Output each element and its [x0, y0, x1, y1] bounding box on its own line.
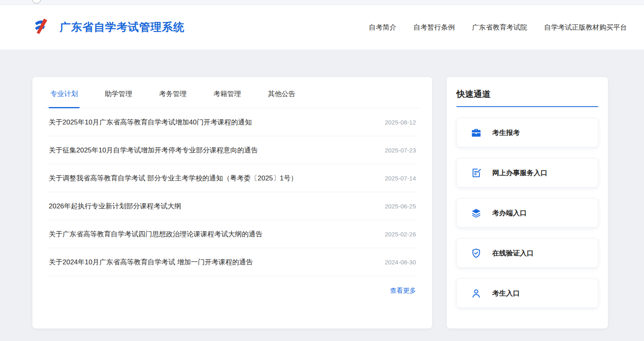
tab-label: 专业计划 [50, 90, 78, 98]
notice-tabs: 专业计划 助学管理 考务管理 考籍管理 其他公告 [44, 77, 421, 108]
layers-icon [471, 208, 482, 219]
tab-major-plan[interactable]: 专业计划 [49, 77, 80, 108]
notice-row[interactable]: 关于调整我省高等教育自学考试 部分专业主考学校的通知（粤考委〔2025〕1号） … [49, 164, 416, 192]
browser-top-strip [0, 0, 644, 5]
notice-date: 2025-06-25 [385, 203, 416, 210]
notice-date: 2025-07-14 [385, 175, 416, 182]
main-content: 专业计划 助学管理 考务管理 考籍管理 其他公告 关于2025年10月广东省高等… [0, 49, 644, 341]
nav-link-zikao-intro[interactable]: 自考简介 [369, 23, 396, 32]
notice-row[interactable]: 关于2025年10月广东省高等教育自学考试增加40门开考课程的通知 2025-0… [49, 108, 416, 136]
notice-date: 2025-02-26 [385, 231, 416, 238]
notice-title: 关于2024年10月广东省高等教育自学考试 增加一门开考课程的通告 [49, 257, 253, 267]
notice-row[interactable]: 2026年起执行专业新计划部分课程考试大纲 2025-06-25 [49, 192, 416, 220]
notice-title: 关于征集2025年10月自学考试增加开考停考专业部分课程意向的通告 [49, 146, 258, 155]
notice-card: 专业计划 助学管理 考务管理 考籍管理 其他公告 关于2025年10月广东省高等… [32, 77, 432, 328]
tab-label: 考务管理 [159, 90, 187, 98]
quick-link-label: 在线验证入口 [492, 249, 534, 258]
briefcase-icon [471, 127, 482, 138]
notice-row[interactable]: 关于广东省高等教育自学考试四门思想政治理论课课程考试大纲的通告 2025-02-… [49, 220, 416, 248]
quick-title-underline [457, 106, 598, 107]
nav-link-gd-education-exam-institute[interactable]: 广东省教育考试院 [472, 23, 527, 32]
quick-channel-card: 快速通道 考生报考 网上办事服务入口 [447, 77, 608, 328]
quick-link-exam-office-entrance[interactable]: 考办端入口 [457, 198, 598, 227]
tab-study-aid-management[interactable]: 助学管理 [103, 77, 134, 108]
notice-title: 2026年起执行专业新计划部分课程考试大纲 [49, 202, 181, 211]
tab-label: 其他公告 [268, 90, 295, 98]
notice-title: 关于广东省高等教育自学考试四门思想政治理论课课程考试大纲的通告 [49, 229, 263, 239]
quick-link-online-service-entrance[interactable]: 网上办事服务入口 [457, 158, 598, 187]
notice-title: 关于调整我省高等教育自学考试 部分专业主考学校的通知（粤考委〔2025〕1号） [49, 174, 297, 183]
site-title: 广东省自学考试管理系统 [60, 20, 185, 34]
notice-date: 2025-08-12 [385, 119, 416, 126]
tab-exam-affairs-management[interactable]: 考务管理 [157, 77, 188, 108]
brand[interactable]: 广东省自学考试管理系统 [32, 17, 185, 37]
notice-date: 2025-07-23 [385, 147, 416, 154]
site-header: 广东省自学考试管理系统 自考简介 自考暂行条例 广东省教育考试院 自学考试正版教… [0, 5, 644, 49]
tab-other-announcements[interactable]: 其他公告 [266, 77, 297, 108]
notice-row[interactable]: 关于征集2025年10月自学考试增加开考停考专业部分课程意向的通告 2025-0… [49, 136, 416, 164]
tab-label: 助学管理 [105, 90, 132, 98]
top-nav: 自考简介 自考暂行条例 广东省教育考试院 自学考试正版教材购买平台 [369, 23, 627, 32]
quick-link-label: 考生入口 [492, 289, 520, 298]
notice-date: 2024-08-30 [385, 259, 416, 266]
tab-label: 考籍管理 [213, 90, 241, 98]
notice-row[interactable]: 关于2024年10月广东省高等教育自学考试 增加一门开考课程的通告 2024-0… [49, 248, 416, 276]
shield-check-icon [471, 248, 482, 259]
quick-link-online-verification-entrance[interactable]: 在线验证入口 [457, 238, 598, 268]
more-row: 查看更多 [44, 276, 421, 295]
quick-link-candidate-entrance[interactable]: 考生入口 [457, 279, 598, 308]
view-more-link[interactable]: 查看更多 [390, 287, 416, 295]
quick-channel-title: 快速通道 [457, 88, 598, 100]
partial-circle-icon [32, 0, 41, 4]
person-icon [471, 288, 482, 299]
notice-list: 关于2025年10月广东省高等教育自学考试增加40门开考课程的通知 2025-0… [44, 108, 421, 276]
quick-link-candidate-register[interactable]: 考生报考 [457, 118, 598, 147]
nav-link-provisional-regulations[interactable]: 自考暂行条例 [414, 23, 455, 32]
tab-exam-record-management[interactable]: 考籍管理 [212, 77, 243, 108]
quick-link-label: 考生报考 [492, 128, 520, 137]
quick-link-label: 考办端入口 [492, 208, 527, 218]
site-logo-icon [32, 17, 50, 37]
quick-link-label: 网上办事服务入口 [492, 168, 547, 178]
document-edit-icon [471, 167, 482, 178]
notice-title: 关于2025年10月广东省高等教育自学考试增加40门开考课程的通知 [49, 118, 252, 127]
nav-link-textbook-platform[interactable]: 自学考试正版教材购买平台 [544, 23, 627, 32]
